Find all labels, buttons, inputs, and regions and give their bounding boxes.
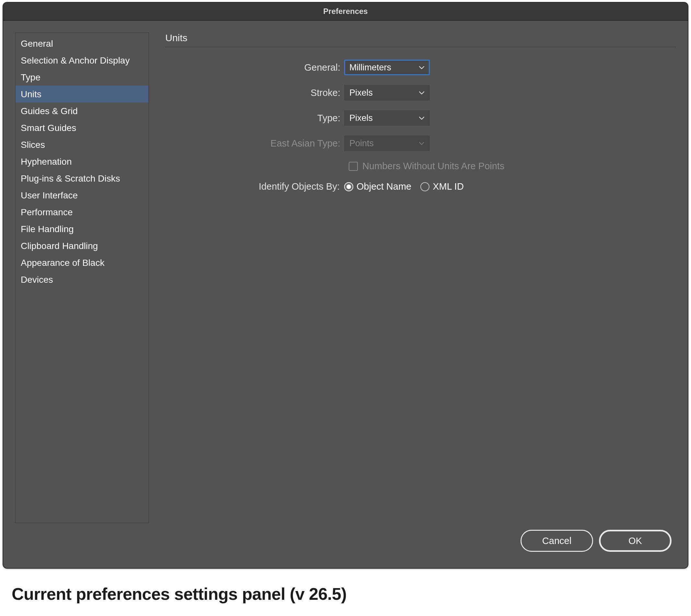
type-dropdown-value: Pixels — [349, 113, 373, 123]
sidebar-item-file-handling[interactable]: File Handling — [16, 220, 149, 237]
radio-object-name-label: Object Name — [357, 181, 411, 192]
stroke-dropdown[interactable]: Pixels — [344, 85, 430, 101]
section-title: Units — [165, 32, 676, 47]
numbers-without-units-checkbox — [349, 162, 358, 171]
sidebar-item-units[interactable]: Units — [16, 86, 149, 103]
sidebar-item-clipboard-handling[interactable]: Clipboard Handling — [16, 237, 149, 254]
stroke-label: Stroke: — [165, 88, 344, 98]
preferences-dialog: Preferences GeneralSelection & Anchor Di… — [3, 2, 688, 569]
sidebar-item-appearance-of-black[interactable]: Appearance of Black — [16, 254, 149, 271]
sidebar-item-user-interface[interactable]: User Interface — [16, 187, 149, 204]
figure-caption: Current preferences settings panel (v 26… — [12, 584, 679, 604]
general-label: General: — [165, 62, 344, 73]
radio-option-object-name[interactable]: Object Name — [344, 181, 411, 192]
radio-option-xml-id[interactable]: XML ID — [420, 181, 464, 192]
chevron-down-icon — [419, 116, 425, 120]
type-dropdown[interactable]: Pixels — [344, 110, 430, 126]
sidebar-item-smart-guides[interactable]: Smart Guides — [16, 119, 149, 136]
general-dropdown[interactable]: Millimeters — [344, 60, 430, 75]
sidebar-item-hyphenation[interactable]: Hyphenation — [16, 153, 149, 170]
sidebar-item-general[interactable]: General — [16, 35, 149, 52]
east-asian-type-label: East Asian Type: — [165, 138, 344, 149]
sidebar-item-slices[interactable]: Slices — [16, 136, 149, 153]
cancel-button[interactable]: Cancel — [520, 530, 593, 552]
ok-button[interactable]: OK — [599, 530, 672, 552]
dialog-body: GeneralSelection & Anchor DisplayTypeUni… — [3, 21, 688, 530]
general-dropdown-value: Millimeters — [349, 63, 391, 73]
button-row: Cancel OK — [3, 530, 688, 568]
main-panel: Units General: Millimeters Stroke: — [165, 32, 676, 523]
chevron-down-icon — [419, 90, 425, 95]
sidebar-item-selection-anchor-display[interactable]: Selection & Anchor Display — [16, 52, 149, 69]
identify-objects-label: Identify Objects By: — [165, 181, 344, 192]
sidebar-item-performance[interactable]: Performance — [16, 204, 149, 220]
dialog-title: Preferences — [3, 3, 688, 21]
sidebar-item-type[interactable]: Type — [16, 69, 149, 86]
numbers-without-units-label: Numbers Without Units Are Points — [362, 161, 504, 172]
sidebar-item-guides-grid[interactable]: Guides & Grid — [16, 103, 149, 119]
sidebar-item-plug-ins-scratch-disks[interactable]: Plug-ins & Scratch Disks — [16, 170, 149, 187]
radio-xml-id-label: XML ID — [433, 181, 464, 192]
form-rows: General: Millimeters Stroke: Pixels — [165, 60, 676, 192]
stroke-dropdown-value: Pixels — [349, 88, 373, 98]
type-label: Type: — [165, 113, 344, 124]
sidebar: GeneralSelection & Anchor DisplayTypeUni… — [15, 32, 149, 523]
chevron-down-icon — [419, 141, 425, 146]
chevron-down-icon — [419, 65, 425, 70]
east-asian-type-dropdown: Points — [344, 135, 430, 151]
east-asian-type-dropdown-value: Points — [349, 138, 374, 149]
radio-object-name[interactable] — [344, 182, 353, 191]
sidebar-item-devices[interactable]: Devices — [16, 271, 149, 288]
radio-xml-id[interactable] — [420, 182, 429, 191]
